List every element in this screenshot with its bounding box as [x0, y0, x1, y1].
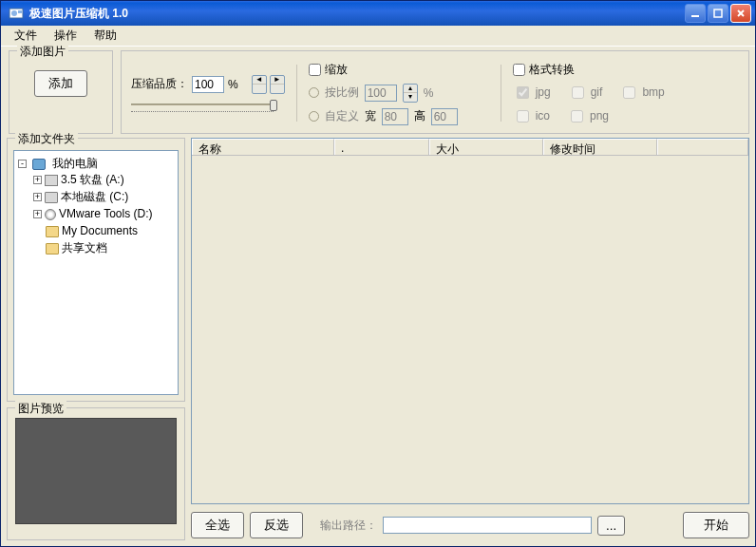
quality-slider[interactable] [131, 100, 285, 112]
maximize-button[interactable] [708, 4, 728, 23]
folder-icon [46, 226, 59, 237]
col-name[interactable]: 名称 [192, 139, 334, 155]
tree-floppy[interactable]: +3.5 软盘 (A:) [33, 171, 176, 188]
window-title: 极速图片压缩机 1.0 [28, 6, 683, 22]
format-check-label: 格式转换 [529, 62, 575, 78]
col-mtime[interactable]: 修改时间 [543, 139, 657, 155]
start-button[interactable]: 开始 [683, 512, 749, 538]
svg-point-1 [11, 10, 17, 16]
svg-rect-2 [18, 10, 22, 13]
menu-help[interactable]: 帮助 [86, 26, 124, 46]
scale-section: 缩放 按比例 ▴▾ % 自定义 宽 高 [309, 62, 489, 125]
app-icon [9, 6, 24, 21]
ratio-label: 按比例 [325, 85, 359, 101]
format-section: 格式转换 jpg gif bmp ico png [513, 62, 739, 125]
left-column: 添加文件夹 - 我的电脑 +3.5 软盘 (A:) +本地磁盘 (C:) +VM… [7, 138, 185, 540]
tree-root-label: 我的电脑 [52, 157, 98, 170]
ratio-spin: ▴▾ [403, 84, 418, 103]
spin-right-icon[interactable]: ► [271, 76, 284, 85]
scale-checkbox[interactable]: 缩放 [309, 62, 489, 78]
height-input [431, 108, 458, 125]
scale-check-label: 缩放 [325, 62, 348, 78]
quality-percent: % [228, 78, 238, 91]
custom-label: 自定义 [325, 108, 359, 124]
menu-file[interactable]: 文件 [7, 26, 45, 46]
tree-mydocs[interactable]: My Documents [33, 222, 176, 239]
col-filler [657, 139, 748, 155]
bottom-bar: 全选 反选 输出路径： ... 开始 [191, 510, 749, 540]
menu-action[interactable]: 操作 [47, 26, 85, 46]
format-checkbox[interactable]: 格式转换 [513, 62, 739, 78]
list-header: 名称 . 大小 修改时间 [192, 139, 748, 156]
svg-rect-3 [691, 15, 699, 17]
expand-icon[interactable]: + [33, 176, 42, 184]
width-input [382, 108, 408, 125]
collapse-icon[interactable]: - [18, 160, 27, 168]
quality-section: 压缩品质： % ◄ ▾ ► ▾ [131, 75, 285, 112]
select-all-button[interactable]: 全选 [191, 512, 244, 538]
quality-input[interactable] [192, 76, 224, 93]
quality-spin[interactable]: ◄ ▾ [252, 75, 267, 94]
add-image-legend: 添加图片 [17, 44, 68, 60]
col-size[interactable]: 大小 [429, 139, 543, 155]
custom-radio [309, 111, 319, 122]
preview-group: 图片预览 [7, 407, 185, 540]
titlebar: 极速图片压缩机 1.0 [1, 1, 755, 26]
format-check-input[interactable] [513, 64, 525, 76]
folder-icon [46, 243, 59, 255]
folder-legend: 添加文件夹 [15, 131, 78, 147]
add-image-group: 添加图片 添加 [9, 50, 113, 134]
jpg-option: jpg [513, 84, 551, 102]
scale-check-input[interactable] [309, 64, 321, 76]
invert-select-button[interactable]: 反选 [250, 512, 303, 538]
bmp-option: bmp [619, 84, 664, 102]
top-row: 添加图片 添加 压缩品质： % ◄ ▾ [7, 50, 749, 134]
gif-option: gif [568, 84, 603, 102]
tree-root[interactable]: - 我的电脑 +3.5 软盘 (A:) +本地磁盘 (C:) +VMware T… [18, 155, 176, 257]
preview-legend: 图片预览 [15, 401, 66, 417]
width-label: 宽 [365, 108, 376, 124]
cd-icon [45, 209, 56, 220]
folder-tree[interactable]: - 我的电脑 +3.5 软盘 (A:) +本地磁盘 (C:) +VMware T… [13, 150, 179, 395]
expand-icon[interactable]: + [33, 210, 42, 218]
computer-icon [32, 159, 46, 170]
spin-left-icon[interactable]: ◄ [253, 76, 266, 85]
ratio-input [365, 85, 397, 102]
quality-label: 压缩品质： [131, 76, 188, 92]
options-panel: 压缩品质： % ◄ ▾ ► ▾ [121, 50, 749, 134]
output-path-input[interactable] [383, 517, 592, 534]
ratio-percent: % [424, 86, 434, 100]
list-body[interactable] [192, 156, 748, 503]
close-button[interactable] [730, 4, 751, 23]
preview-canvas [15, 418, 177, 524]
app-window: 极速图片压缩机 1.0 文件 操作 帮助 添加图片 添加 压缩品质： % [0, 0, 756, 547]
floppy-icon [45, 175, 58, 186]
svg-rect-4 [714, 9, 722, 17]
minimize-button[interactable] [685, 4, 706, 23]
slider-thumb[interactable] [270, 100, 277, 111]
browse-button[interactable]: ... [597, 516, 625, 536]
middle-row: 添加文件夹 - 我的电脑 +3.5 软盘 (A:) +本地磁盘 (C:) +VM… [7, 138, 749, 540]
hdd-icon [45, 192, 58, 203]
separator2 [501, 65, 501, 122]
png-option: png [567, 107, 609, 125]
menubar: 文件 操作 帮助 [1, 26, 755, 47]
file-list[interactable]: 名称 . 大小 修改时间 [191, 138, 749, 504]
separator [296, 65, 297, 122]
tree-shared[interactable]: 共享文档 [33, 239, 176, 256]
tree-localc[interactable]: +本地磁盘 (C:) [33, 188, 176, 205]
client-area: 添加图片 添加 压缩品质： % ◄ ▾ [1, 47, 755, 546]
folder-group: 添加文件夹 - 我的电脑 +3.5 软盘 (A:) +本地磁盘 (C:) +VM… [7, 138, 185, 402]
expand-icon[interactable]: + [33, 193, 42, 201]
height-label: 高 [414, 108, 425, 124]
quality-spin2[interactable]: ► ▾ [270, 75, 285, 94]
col-dot[interactable]: . [334, 139, 429, 155]
output-path-label: 输出路径： [320, 518, 377, 534]
add-button[interactable]: 添加 [34, 70, 87, 97]
ratio-radio [309, 87, 319, 98]
right-column: 名称 . 大小 修改时间 全选 反选 输出路径： ... [191, 138, 749, 540]
tree-vm[interactable]: +VMware Tools (D:) [33, 205, 176, 222]
ico-option: ico [513, 107, 550, 125]
